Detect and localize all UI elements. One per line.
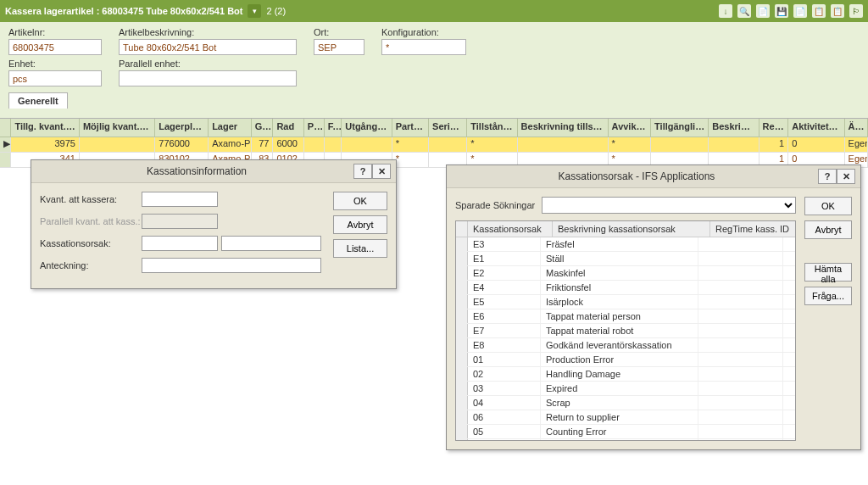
reason-row[interactable]: 07Quality problem from previous WC. bbox=[456, 439, 795, 441]
title-dropdown-icon[interactable]: ▾ bbox=[248, 4, 261, 18]
col-beskrivning-tillstand[interactable]: Beskrivning tillstån... bbox=[518, 119, 609, 137]
input-konfiguration[interactable] bbox=[381, 39, 466, 55]
dialog1-help-button[interactable]: ? bbox=[353, 164, 372, 179]
col-utg[interactable]: Utgångsd... bbox=[342, 119, 392, 137]
input-ort[interactable] bbox=[314, 39, 364, 55]
dialog1-avbryt-button[interactable]: Avbryt bbox=[333, 215, 387, 234]
label-kvant-kassera: Kvant. att kassera: bbox=[40, 194, 142, 204]
dialog2-close-button[interactable]: ✕ bbox=[837, 169, 855, 184]
table-row[interactable]: ▶3975776000Axamo-P776000***10Egen bbox=[0, 137, 868, 153]
reason-row[interactable]: 05Counting Error bbox=[456, 425, 795, 439]
label-beskrivning: Artikelbeskrivning: bbox=[119, 27, 297, 37]
input-kassationsorsak-desc[interactable] bbox=[221, 236, 321, 251]
input-beskrivning[interactable] bbox=[119, 39, 297, 55]
label-parallell-kvant: Parallell kvant. att kass.: bbox=[40, 216, 142, 226]
window-title: Kassera lagerartikel : 68003475 Tube 80x… bbox=[5, 6, 242, 16]
input-parallell-enhet[interactable] bbox=[119, 70, 297, 86]
label-sparade-sokningar: Sparade Sökningar bbox=[455, 200, 535, 210]
dialog2-hamta-alla-button[interactable]: Hämta alla bbox=[804, 263, 852, 282]
col-pl[interactable]: Pl... bbox=[304, 119, 325, 137]
dialog2-ok-button[interactable]: OK bbox=[804, 197, 852, 215]
col-serienr[interactable]: Serienr bbox=[429, 119, 467, 137]
col-tillg[interactable]: Tillg. kvant. ... bbox=[11, 119, 80, 137]
reason-row[interactable]: 01Production Error bbox=[456, 353, 795, 367]
col-agare[interactable]: Ägare bbox=[845, 119, 868, 137]
app-titlebar: Kassera lagerartikel : 68003475 Tube 80x… bbox=[0, 0, 868, 22]
dialog1-lista-button[interactable]: Lista... bbox=[333, 239, 387, 258]
input-enhet[interactable] bbox=[8, 70, 102, 86]
reason-table[interactable]: Kassationsorsak Beskrivning kassationsor… bbox=[455, 220, 796, 441]
reason-row[interactable]: 02Handling Damage bbox=[456, 367, 795, 382]
reason-row[interactable]: E8Godkänd leverantörskassation bbox=[456, 338, 795, 353]
toolbar-icon-7[interactable]: 🏳 bbox=[849, 4, 863, 18]
toolbar-icon-5[interactable]: 📋 bbox=[812, 4, 826, 18]
grid-header: Tillg. kvant. ... Möjlig kvant. att k...… bbox=[0, 119, 868, 137]
toolbar-icon-4[interactable]: 📄 bbox=[793, 4, 807, 18]
dialog1-title: Kassationsinformation bbox=[36, 165, 353, 177]
reason-row[interactable]: E4Friktionsfel bbox=[456, 281, 795, 295]
col-f[interactable]: F... bbox=[325, 119, 342, 137]
col-partinr[interactable]: Partinr bbox=[392, 119, 429, 137]
toolbar-icon-1[interactable]: 🔍 bbox=[737, 4, 751, 18]
col-aktivitet[interactable]: Aktivitetss... bbox=[788, 119, 844, 137]
reason-row[interactable]: E3Fräsfel bbox=[456, 237, 795, 252]
col-avvikel[interactable]: Avvikel... bbox=[609, 119, 652, 137]
label-kassationsorsak: Kassationsorsak: bbox=[40, 238, 142, 248]
label-enhet: Enhet: bbox=[8, 59, 102, 69]
reason-row[interactable]: E2Maskinfel bbox=[456, 266, 795, 281]
reason-row[interactable]: 03Expired bbox=[456, 382, 795, 396]
col-beskrivning-kass[interactable]: Beskrivning kassationsorsak bbox=[553, 221, 710, 237]
col-beskrivning[interactable]: Beskrivnin... bbox=[709, 119, 759, 137]
toolbar: ↓🔍📄💾📄📋📋🏳 bbox=[719, 4, 863, 18]
input-parallell-kvant bbox=[142, 214, 218, 229]
toolbar-icon-0[interactable]: ↓ bbox=[719, 4, 732, 18]
label-konfiguration: Konfiguration: bbox=[381, 27, 466, 37]
tab-generellt[interactable]: Generellt bbox=[8, 92, 68, 109]
col-rev[interactable]: Rev... bbox=[760, 119, 789, 137]
input-artnr[interactable] bbox=[8, 39, 102, 55]
col-mojlig[interactable]: Möjlig kvant. att k... bbox=[80, 119, 155, 137]
label-artnr: Artikelnr: bbox=[8, 27, 102, 37]
dialog-kassationsorsak: Kassationsorsak - IFS Applications ? ✕ S… bbox=[446, 164, 861, 450]
toolbar-icon-3[interactable]: 💾 bbox=[775, 4, 788, 18]
input-anteckning[interactable] bbox=[142, 258, 321, 273]
reason-row[interactable]: 04Scrap bbox=[456, 396, 795, 410]
col-ga[interactable]: Gå... bbox=[252, 119, 274, 137]
record-counter: 2 (2) bbox=[266, 6, 286, 16]
reason-row[interactable]: E6Tappat material person bbox=[456, 309, 795, 324]
label-anteckning: Anteckning: bbox=[40, 260, 142, 270]
col-rad[interactable]: Rad bbox=[273, 119, 303, 137]
label-parallell-enhet: Parallell enhet: bbox=[119, 59, 297, 69]
reason-row[interactable]: E5Isärplock bbox=[456, 295, 795, 309]
reason-row[interactable]: E1Ställ bbox=[456, 252, 795, 266]
dialog2-help-button[interactable]: ? bbox=[818, 169, 837, 184]
toolbar-icon-6[interactable]: 📋 bbox=[831, 4, 844, 18]
input-kassationsorsak-code[interactable] bbox=[142, 236, 218, 251]
dialog1-ok-button[interactable]: OK bbox=[333, 192, 387, 210]
reason-row[interactable]: 06Return to supplier bbox=[456, 410, 795, 425]
reason-row[interactable]: E7Tappat material robot bbox=[456, 324, 795, 338]
select-sparade-sokningar[interactable] bbox=[542, 197, 796, 214]
col-regtime[interactable]: RegTime kass. ID bbox=[710, 221, 795, 237]
dialog-kassationsinformation: Kassationsinformation ? ✕ Kvant. att kas… bbox=[31, 159, 397, 289]
col-tillstand[interactable]: Tillstånds... bbox=[467, 119, 517, 137]
input-kvant-kassera[interactable] bbox=[142, 192, 218, 207]
dialog2-avbryt-button[interactable]: Avbryt bbox=[804, 220, 852, 239]
toolbar-icon-2[interactable]: 📄 bbox=[756, 4, 770, 18]
col-tillganglighet[interactable]: Tillgängligh... bbox=[651, 119, 709, 137]
col-lager[interactable]: Lager bbox=[209, 119, 252, 137]
col-lagerplats[interactable]: Lagerplats bbox=[155, 119, 209, 137]
dialog1-close-button[interactable]: ✕ bbox=[372, 164, 391, 179]
dialog2-fraga-button[interactable]: Fråga... bbox=[804, 287, 852, 305]
col-kassationsorsak[interactable]: Kassationsorsak bbox=[468, 221, 553, 237]
header-fields: Artikelnr: Artikelbeskrivning: Ort: Konf… bbox=[0, 22, 868, 118]
label-ort: Ort: bbox=[314, 27, 364, 37]
dialog2-title: Kassationsorsak - IFS Applications bbox=[452, 170, 818, 182]
